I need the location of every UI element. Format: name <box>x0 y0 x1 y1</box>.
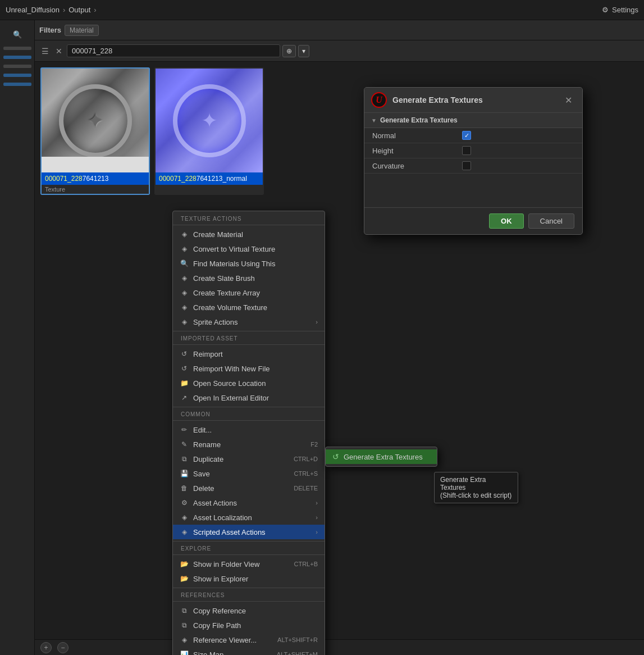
dialog-close-button[interactable]: ✕ <box>561 94 576 107</box>
ctx-asset-actions[interactable]: ⚙ Asset Actions › <box>173 495 325 510</box>
ctx-open-source[interactable]: 📁 Open Source Location <box>173 376 325 390</box>
ctx-asset-localization[interactable]: ◈ Asset Localization › <box>173 510 325 525</box>
dialog-label-curvature: Curvature <box>372 162 462 170</box>
ctx-find-materials[interactable]: 🔍 Find Materials Using This <box>173 256 325 271</box>
minus-btn[interactable]: − <box>57 642 68 653</box>
filter-tag-material[interactable]: Material <box>65 25 99 36</box>
submenu-generate: ↺ Generate Extra Textures <box>325 447 437 467</box>
dialog-section-header: ▼ Generate Extra Textures <box>364 113 582 128</box>
checkbox-height[interactable] <box>462 146 471 155</box>
search-bar: ☰ ✕ ⊕ ▾ <box>35 40 644 62</box>
ctx-label-reimport-new: Reimport With New File <box>193 365 318 373</box>
ctx-icon-open-external: ↗ <box>180 393 189 402</box>
asset-card-1[interactable]: ✦ 000071_2287641213 Texture <box>40 67 150 195</box>
texture-preview-grayscale: ✦ <box>42 69 149 172</box>
breadcrumb-item-1[interactable]: Unreal_Diffusion <box>6 6 60 14</box>
ctx-arrow-asset-actions: › <box>316 499 318 506</box>
sidebar-strip-1 <box>3 47 31 50</box>
search-bar-left: ☰ ✕ ⊕ ▾ <box>39 44 309 57</box>
ctx-shortcut-rename: F2 <box>310 441 318 448</box>
texture-symbol: ✦ <box>87 109 104 133</box>
texture-circle-emboss: ✦ <box>59 84 132 157</box>
ctx-reimport-new[interactable]: ↺ Reimport With New File <box>173 361 325 376</box>
ue-logo: U <box>371 92 387 108</box>
submenu-generate-icon: ↺ <box>332 452 339 461</box>
asset-thumb-1: ✦ <box>42 69 149 172</box>
ctx-create-texture-array[interactable]: ◈ Create Texture Array <box>173 285 325 300</box>
ctx-shortcut-duplicate: CTRL+D <box>294 456 318 462</box>
ctx-label-asset-actions: Asset Actions <box>193 499 311 507</box>
submenu-generate-item[interactable]: ↺ Generate Extra Textures <box>326 449 437 464</box>
ctx-icon-duplicate: ⧉ <box>180 454 189 463</box>
ctx-delete[interactable]: 🗑 Delete DELETE <box>173 481 325 495</box>
ctx-sprite-actions[interactable]: ◈ Sprite Actions › <box>173 315 325 329</box>
settings-button[interactable]: ⚙ Settings <box>602 6 638 14</box>
ctx-scripted-asset-actions[interactable]: ◈ Scripted Asset Actions › <box>173 525 325 539</box>
ctx-copy-ref[interactable]: ⧉ Copy Reference <box>173 603 325 618</box>
ctx-label-asset-localization: Asset Localization <box>193 513 311 522</box>
breadcrumb-item-2[interactable]: Output <box>68 6 90 14</box>
settings-label: Settings <box>612 6 638 14</box>
ctx-div-9 <box>173 601 325 602</box>
ctx-icon-rename: ✎ <box>180 440 189 449</box>
ctx-duplicate[interactable]: ⧉ Duplicate CTRL+D <box>173 452 325 466</box>
ctx-icon-show-folder: 📂 <box>180 560 189 568</box>
ctx-label-show-folder: Show in Folder View <box>193 560 290 568</box>
ctx-rename[interactable]: ✎ Rename F2 <box>173 437 325 452</box>
ctx-ref-viewer[interactable]: ◈ Reference Viewer... ALT+SHIFT+R <box>173 633 325 647</box>
breadcrumb-sep-1: › <box>63 6 65 14</box>
ctx-icon-reimport-new: ↺ <box>180 364 189 373</box>
ctx-reimport[interactable]: ↺ Reimport <box>173 347 325 361</box>
dialog-footer: OK Cancel <box>364 207 582 234</box>
ctx-icon-show-explorer: 📂 <box>180 574 189 583</box>
ctx-div-3 <box>173 344 325 345</box>
ctx-section-texture-actions: TEXTURE ACTIONS <box>173 213 325 223</box>
context-menu: TEXTURE ACTIONS ◈ Create Material ◈ Conv… <box>172 211 325 655</box>
search-dropdown-btn[interactable]: ▾ <box>298 45 309 57</box>
submenu-generate-label: Generate Extra Textures <box>344 453 423 461</box>
ctx-label-copy-ref: Copy Reference <box>193 607 318 615</box>
search-add-btn[interactable]: ⊕ <box>282 45 296 57</box>
ctx-icon-sprite-actions: ◈ <box>180 317 189 326</box>
search-sidebar-btn[interactable]: 🔍 <box>6 26 29 43</box>
dialog-cancel-button[interactable]: Cancel <box>528 213 574 229</box>
ctx-save[interactable]: 💾 Save CTRL+S <box>173 466 325 481</box>
ctx-show-explorer[interactable]: 📂 Show in Explorer <box>173 571 325 586</box>
ctx-copy-file[interactable]: ⧉ Copy File Path <box>173 618 325 633</box>
dialog-ok-button[interactable]: OK <box>489 213 524 229</box>
dialog-row-curvature: Curvature <box>364 158 582 174</box>
ctx-label-open-source: Open Source Location <box>193 379 318 388</box>
dialog-label-height: Height <box>372 147 462 155</box>
ctx-label-reimport: Reimport <box>193 350 318 358</box>
ctx-label-convert-virtual: Convert to Virtual Texture <box>193 245 318 253</box>
ctx-create-slate-brush[interactable]: ◈ Create Slate Brush <box>173 271 325 285</box>
svg-text:U: U <box>376 95 383 104</box>
ctx-create-volume-texture[interactable]: ◈ Create Volume Texture <box>173 300 325 315</box>
ctx-label-volume-texture: Create Volume Texture <box>193 303 318 312</box>
ctx-icon-ref-viewer: ◈ <box>180 635 189 644</box>
ctx-div-1 <box>173 225 325 225</box>
add-btn[interactable]: + <box>40 642 52 653</box>
ctx-edit[interactable]: ✏ Edit... <box>173 422 325 437</box>
checkbox-curvature[interactable] <box>462 161 471 170</box>
ctx-convert-virtual[interactable]: ◈ Convert to Virtual Texture <box>173 242 325 256</box>
clear-search-btn[interactable]: ✕ <box>53 46 65 57</box>
ctx-shortcut-delete: DELETE <box>294 485 318 492</box>
ctx-div-2 <box>173 331 325 331</box>
filter-toggle-btn[interactable]: ☰ <box>39 46 51 57</box>
dialog-generate-textures: U Generate Extra Textures ✕ ▼ Generate E… <box>364 87 583 235</box>
ctx-open-external[interactable]: ↗ Open In External Editor <box>173 390 325 405</box>
ctx-section-common: COMMON <box>173 409 325 419</box>
ctx-icon-copy-file: ⧉ <box>180 621 189 630</box>
ctx-label-sprite-actions: Sprite Actions <box>193 318 311 326</box>
sidebar-strip-2 <box>3 56 31 59</box>
search-input[interactable] <box>67 44 280 57</box>
ctx-size-map[interactable]: 📊 Size Map... ALT+SHIFT+M <box>173 647 325 655</box>
ctx-create-material[interactable]: ◈ Create Material <box>173 227 325 242</box>
asset-card-2[interactable]: ✦ 000071_2287641213_normal <box>154 67 264 195</box>
ctx-div-4 <box>173 407 325 407</box>
ctx-show-folder[interactable]: 📂 Show in Folder View CTRL+B <box>173 557 325 571</box>
ctx-shortcut-show-folder: CTRL+B <box>294 561 318 567</box>
checkbox-normal[interactable]: ✓ <box>462 131 471 140</box>
ctx-label-scripted: Scripted Asset Actions <box>193 528 311 536</box>
